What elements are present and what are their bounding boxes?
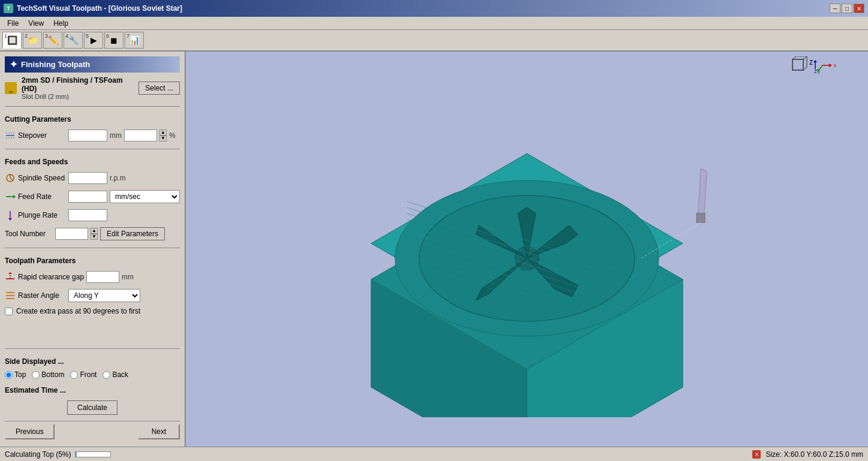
feedrate-input[interactable]: 50.0 xyxy=(68,191,107,203)
raster-angle-label: Raster Angle xyxy=(18,291,66,300)
status-bar: Calculating Top (5%) X Size: X:60.0 Y:60… xyxy=(0,447,868,461)
app-icon: T xyxy=(4,4,13,13)
rapid-clearance-label: Rapid clearance gap xyxy=(18,273,84,281)
radio-bottom[interactable]: Bottom xyxy=(32,370,64,379)
radio-back-input[interactable] xyxy=(103,371,110,379)
side-displayed-label: Side Displayed ... xyxy=(5,357,180,366)
panel-title: ✦ Finishing Toolpath xyxy=(5,56,180,73)
minimize-button[interactable]: ─ xyxy=(830,4,840,13)
viewport: Z Z X Y xyxy=(186,52,868,447)
progress-bar-fill xyxy=(76,452,77,457)
rapid-clearance-row: Rapid clearance gap 5.0 mm xyxy=(5,271,180,283)
tab-5[interactable]: 5 ▶ xyxy=(84,32,103,49)
menu-bar: File View Help xyxy=(0,17,868,30)
tool-icon xyxy=(5,82,17,94)
tool-sub: Slot Drill (2 mm) xyxy=(22,93,134,100)
radio-top[interactable]: Top xyxy=(5,370,26,379)
left-panel: ✦ Finishing Toolpath 2mm SD / Finishing … xyxy=(0,52,186,447)
menu-file[interactable]: File xyxy=(2,18,23,29)
radio-top-label: Top xyxy=(14,370,26,379)
feedrate-label: Feed Rate xyxy=(18,192,66,201)
stepover-percent-unit: % xyxy=(169,131,176,140)
stepover-up-btn[interactable]: ▲ xyxy=(159,129,167,135)
radio-bottom-input[interactable] xyxy=(32,371,40,379)
radio-top-input[interactable] xyxy=(5,371,13,379)
tool-info: 2mm SD / Finishing / TSFoam (HD) Slot Dr… xyxy=(5,76,180,100)
tool-number-label: Tool Number xyxy=(5,230,53,238)
tab-1[interactable]: 1 🔲 xyxy=(2,32,22,49)
next-button[interactable]: Next xyxy=(138,424,180,439)
panel-title-text: Finishing Toolpath xyxy=(21,60,90,69)
spindle-icon xyxy=(5,173,16,183)
rapid-clearance-unit: mm xyxy=(122,273,134,281)
tool-number-input[interactable]: 1 xyxy=(55,228,88,240)
separator-3 xyxy=(5,248,180,248)
menu-view[interactable]: View xyxy=(23,18,49,29)
close-button[interactable]: ✕ xyxy=(854,4,864,13)
tool-name: 2mm SD / Finishing / TSFoam (HD) xyxy=(22,76,134,93)
radio-back-label: Back xyxy=(112,370,128,379)
spindle-label: Spindle Speed xyxy=(18,174,66,182)
svg-rect-58 xyxy=(697,213,705,222)
stepover-row: Stepover 0.25 mm 12.5 ▲ ▼ % xyxy=(5,129,180,141)
menu-help[interactable]: Help xyxy=(49,18,73,29)
extra-pass-checkbox[interactable] xyxy=(5,308,13,315)
separator-1 xyxy=(5,106,180,107)
title-bar: T TechSoft Visual Toolpath - [Glorious S… xyxy=(0,0,868,17)
model-svg xyxy=(317,82,737,417)
svg-rect-0 xyxy=(10,83,11,91)
estimated-label: Estimated Time ... xyxy=(5,386,180,394)
side-radio-row: Top Bottom Front Back xyxy=(5,370,180,379)
edit-parameters-button[interactable]: Edit Parameters xyxy=(100,227,165,240)
rapid-clearance-icon xyxy=(5,272,16,282)
toolpath-params-label: Toolpath Parameters xyxy=(5,257,180,265)
spindle-unit: r.p.m xyxy=(110,174,126,182)
extra-pass-row: Create extra pass at 90 degrees to first xyxy=(5,307,180,315)
stepover-label: Stepover xyxy=(18,131,66,140)
tab-6[interactable]: 6 ◼ xyxy=(104,32,123,49)
radio-front-input[interactable] xyxy=(70,371,78,379)
calculating-text: Calculating Top (5%) xyxy=(5,450,71,459)
size-text: Size: X:60.0 Y:60.0 Z:15.0 mm xyxy=(765,450,863,459)
previous-button[interactable]: Previous xyxy=(5,424,55,439)
nav-row: Previous Next xyxy=(5,421,180,442)
tab-7[interactable]: 7 📊 xyxy=(125,32,144,49)
tab-3[interactable]: 3 ✏️ xyxy=(43,32,62,49)
svg-rect-1 xyxy=(9,91,13,93)
stepover-icon xyxy=(5,130,16,141)
svg-line-7 xyxy=(10,178,13,180)
toolnumber-row: Tool Number 1 ▲ ▼ Edit Parameters xyxy=(5,227,180,240)
svg-marker-14 xyxy=(8,272,12,274)
radio-front[interactable]: Front xyxy=(70,370,97,379)
toolnum-up-btn[interactable]: ▲ xyxy=(91,228,98,234)
radio-bottom-label: Bottom xyxy=(41,370,64,379)
feedrate-icon xyxy=(5,191,16,202)
feedrate-row: Feed Rate 50.0 mm/sec mm/min inches/sec xyxy=(5,190,180,203)
app-title: TechSoft Visual Toolpath - [Glorious Sov… xyxy=(17,4,182,13)
stepover-percent-input[interactable]: 12.5 xyxy=(124,129,157,141)
calculate-button[interactable]: Calculate xyxy=(67,400,117,415)
cutting-params-label: Cutting Parameters xyxy=(5,115,180,123)
spindle-input[interactable]: 15000 xyxy=(68,172,107,184)
tab-4[interactable]: 4 🔧 xyxy=(64,32,83,49)
progress-bar xyxy=(75,451,111,457)
model-area xyxy=(186,52,868,447)
spindle-row: Spindle Speed 15000 r.p.m xyxy=(5,172,180,184)
toolbar: 1 🔲 2 📁 3 ✏️ 4 🔧 5 ▶ 6 ◼ 7 📊 xyxy=(0,30,868,52)
raster-angle-icon xyxy=(5,290,16,301)
stepover-down-btn[interactable]: ▼ xyxy=(159,135,167,141)
rapid-clearance-input[interactable]: 5.0 xyxy=(86,271,119,283)
tab-2[interactable]: 2 📁 xyxy=(23,32,42,49)
extra-pass-label: Create extra pass at 90 degrees to first xyxy=(16,307,140,315)
select-button[interactable]: Select ... xyxy=(138,82,180,95)
restore-button[interactable]: □ xyxy=(842,4,852,13)
plunge-input[interactable]: 30.0 xyxy=(68,209,107,221)
radio-back[interactable]: Back xyxy=(103,370,128,379)
raster-angle-select[interactable]: Along Y Along X 45 degrees Custom xyxy=(68,289,140,302)
speed-unit-select[interactable]: mm/sec mm/min inches/sec xyxy=(110,190,180,203)
finishing-toolpath-icon: ✦ xyxy=(10,59,17,70)
toolnum-down-btn[interactable]: ▼ xyxy=(91,234,98,240)
stepover-input[interactable]: 0.25 xyxy=(68,129,107,141)
separator-4 xyxy=(5,348,180,349)
svg-marker-11 xyxy=(8,218,12,221)
